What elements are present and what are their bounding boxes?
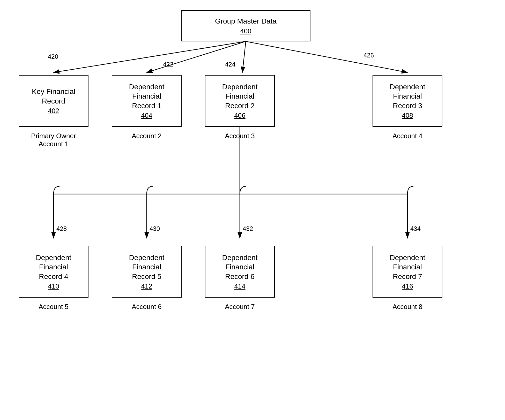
- acc4-label: Account 4: [373, 132, 442, 140]
- arrow-label-420: 420: [48, 53, 58, 60]
- dfr6-ref: 414: [234, 282, 245, 290]
- dfr3-ref: 408: [402, 112, 413, 120]
- arrow-label-424: 424: [225, 61, 235, 68]
- dfr5-ref: 412: [141, 282, 152, 290]
- arrow-label-432: 432: [243, 225, 253, 232]
- acc8-label: Account 8: [373, 303, 442, 311]
- arrow-label-426: 426: [363, 52, 374, 59]
- dfr4-node: DependentFinancialRecord 4 410: [19, 246, 88, 298]
- dfr7-title: DependentFinancialRecord 7: [390, 253, 425, 281]
- kfr-title: Key FinancialRecord: [32, 87, 75, 106]
- arrow-label-434: 434: [410, 225, 421, 232]
- dfr7-node: DependentFinancialRecord 7 416: [373, 246, 442, 298]
- arrows-svg: [0, 0, 505, 420]
- dfr5-title: DependentFinancialRecord 5: [129, 253, 164, 281]
- root-ref: 400: [240, 27, 251, 35]
- svg-line-0: [54, 41, 246, 72]
- dfr5-node: DependentFinancialRecord 5 412: [112, 246, 182, 298]
- dfr6-title: DependentFinancialRecord 6: [222, 253, 257, 281]
- dfr1-ref: 404: [141, 112, 152, 120]
- dfr2-node: DependentFinancialRecord 2 406: [205, 75, 275, 127]
- dfr2-ref: 406: [234, 112, 245, 120]
- acc1-label: Primary OwnerAccount 1: [19, 132, 88, 148]
- dfr3-title: DependentFinancialRecord 3: [390, 82, 425, 110]
- dfr1-title: DependentFinancialRecord 1: [129, 82, 164, 110]
- diagram: Group Master Data 400 Key FinancialRecor…: [0, 0, 505, 420]
- dfr4-ref: 410: [48, 282, 59, 290]
- arrow-label-428: 428: [56, 225, 67, 232]
- dfr4-title: DependentFinancialRecord 4: [36, 253, 71, 281]
- acc6-label: Account 6: [112, 303, 182, 311]
- dfr1-node: DependentFinancialRecord 1 404: [112, 75, 182, 127]
- svg-line-3: [246, 41, 407, 72]
- kfr-ref: 402: [48, 107, 59, 115]
- dfr6-node: DependentFinancialRecord 6 414: [205, 246, 275, 298]
- acc5-label: Account 5: [19, 303, 88, 311]
- root-title: Group Master Data: [215, 17, 277, 26]
- acc3-label: Account 3: [205, 132, 275, 140]
- acc2-label: Account 2: [112, 132, 182, 140]
- root-node: Group Master Data 400: [181, 10, 310, 41]
- dfr2-title: DependentFinancialRecord 2: [222, 82, 257, 110]
- kfr-node: Key FinancialRecord 402: [19, 75, 88, 127]
- arrow-label-422: 422: [163, 61, 173, 68]
- svg-line-2: [242, 41, 246, 72]
- dfr3-node: DependentFinancialRecord 3 408: [373, 75, 442, 127]
- acc7-label: Account 7: [205, 303, 275, 311]
- dfr7-ref: 416: [402, 282, 413, 290]
- arrow-label-430: 430: [150, 225, 160, 232]
